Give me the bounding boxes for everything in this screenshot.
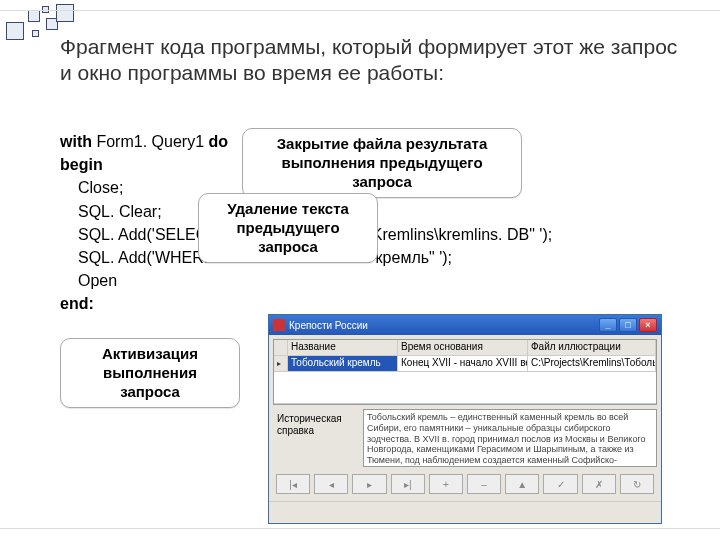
app-window: Крепости России _ □ × Название Время осн… <box>268 314 662 524</box>
col-time: Время основания <box>398 340 528 356</box>
table-row[interactable]: Тобольский кремль Конец XVII - начало XV… <box>274 356 656 372</box>
minimize-button[interactable]: _ <box>599 318 617 332</box>
nav-delete[interactable]: – <box>467 474 501 494</box>
nav-last[interactable]: ▸| <box>391 474 425 494</box>
status-bar <box>269 501 661 515</box>
db-navigator: |◂ ◂ ▸ ▸| + – ▲ ✓ ✗ ↻ <box>273 471 657 497</box>
close-button[interactable]: × <box>639 318 657 332</box>
nav-insert[interactable]: + <box>429 474 463 494</box>
callout-close-file: Закрытие файла результата выполнения пре… <box>242 128 522 198</box>
app-icon <box>273 319 285 331</box>
nav-cancel[interactable]: ✗ <box>582 474 616 494</box>
titlebar: Крепости России _ □ × <box>269 315 661 335</box>
nav-first[interactable]: |◂ <box>276 474 310 494</box>
memo-label: Историческая справка <box>273 409 359 467</box>
page-title: Фрагмент кода программы, который формиру… <box>60 34 680 87</box>
nav-prev[interactable]: ◂ <box>314 474 348 494</box>
nav-post[interactable]: ✓ <box>543 474 577 494</box>
col-name: Название <box>288 340 398 356</box>
data-grid[interactable]: Название Время основания Файл иллюстраци… <box>273 339 657 405</box>
col-file: Файл иллюстрации <box>528 340 656 356</box>
window-title: Крепости России <box>289 320 368 331</box>
nav-edit[interactable]: ▲ <box>505 474 539 494</box>
nav-next[interactable]: ▸ <box>352 474 386 494</box>
nav-refresh[interactable]: ↻ <box>620 474 654 494</box>
maximize-button[interactable]: □ <box>619 318 637 332</box>
callout-clear-text: Удаление текста предыдущего запроса <box>198 193 378 263</box>
memo-text[interactable]: Тобольский кремль – единственный каменны… <box>363 409 657 467</box>
callout-activate-query: Активизация выполнения запроса <box>60 338 240 408</box>
